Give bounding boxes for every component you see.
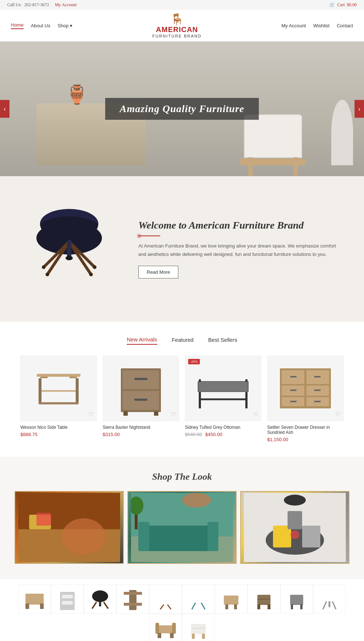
svg-line-74	[92, 602, 96, 609]
look-card-2[interactable]	[127, 491, 237, 564]
svg-rect-68	[25, 604, 29, 609]
nav-shop[interactable]: Shop ▾	[58, 23, 72, 28]
svg-rect-94	[291, 604, 293, 609]
svg-point-51	[62, 518, 106, 555]
svg-point-9	[93, 265, 96, 269]
wishlist-icon-2[interactable]: ♡	[171, 411, 176, 418]
nightstand-svg	[115, 361, 166, 416]
product-img-2: ♡	[103, 356, 179, 421]
svg-rect-87	[225, 604, 228, 609]
wishlist-icon-3[interactable]: ♡	[253, 411, 258, 418]
svg-rect-100	[157, 625, 175, 633]
logo-text-line2: FURNITURE BRAND	[153, 34, 202, 38]
read-more-button[interactable]: Read More	[138, 266, 178, 278]
thumb-2[interactable]	[51, 585, 84, 614]
thumb-9[interactable]	[280, 585, 313, 614]
svg-rect-16	[76, 378, 79, 404]
product-name-4: Settler Seven Drawer Dresser in Sundried…	[267, 425, 344, 435]
nav-my-account[interactable]: My Account	[281, 23, 306, 28]
svg-rect-45	[290, 401, 297, 402]
product-card-3: -20% ♡ Sidney Tufted Grey Ott	[185, 356, 261, 442]
products-grid: ♡ Wesson Nico Side Table $888.75	[15, 356, 349, 450]
thumb-4[interactable]	[116, 585, 149, 614]
top-bar: Call Us: 202-817-3672 My Account 🛒 Cart …	[0, 0, 364, 10]
tab-new-arrivals[interactable]: New Arrivals	[127, 336, 157, 345]
svg-rect-104	[170, 633, 174, 638]
svg-point-59	[182, 493, 211, 507]
svg-rect-55	[138, 522, 149, 551]
product-price-value-4: $1,150.00	[267, 437, 288, 442]
svg-rect-63	[302, 526, 320, 547]
product-img-1: ♡	[20, 356, 97, 421]
product-price-3: $540.00 $450.00	[185, 432, 261, 437]
welcome-chair-image	[22, 194, 116, 304]
top-bar-right: 🛒 Cart $0.00	[329, 2, 357, 8]
svg-rect-93	[290, 595, 303, 605]
my-account-link[interactable]: My Account	[55, 2, 77, 7]
cart-amount: $0.00	[347, 2, 357, 8]
hero-section: 🏺 ‹ Amazing Quality Furniture ›	[0, 41, 364, 176]
svg-rect-108	[202, 634, 205, 639]
svg-rect-71	[62, 595, 73, 598]
svg-line-82	[167, 605, 171, 609]
hero-sculpture-icon: 🏺	[66, 84, 88, 105]
svg-rect-15	[39, 378, 41, 404]
shop-the-look-section: Shop The Look	[0, 457, 364, 578]
thumb-8[interactable]	[248, 585, 280, 614]
hero-prev-button[interactable]: ‹	[0, 100, 9, 118]
svg-line-97	[323, 601, 327, 609]
svg-point-65	[284, 495, 306, 506]
side-table-svg	[33, 363, 84, 414]
svg-point-11	[66, 256, 73, 260]
thumb-6[interactable]	[182, 585, 215, 614]
tabs-header: New Arrivals Featured Best Sellers	[15, 336, 349, 345]
svg-line-85	[201, 603, 205, 609]
svg-rect-91	[268, 604, 270, 609]
svg-rect-28	[245, 392, 248, 408]
thumb-3[interactable]	[84, 585, 116, 614]
svg-rect-72	[62, 601, 73, 605]
svg-rect-25	[154, 411, 158, 416]
thumb-1[interactable]	[18, 585, 51, 614]
hero-vase-decoration	[331, 100, 353, 165]
look-card-1[interactable]	[15, 491, 124, 564]
svg-rect-90	[257, 604, 260, 609]
brand-thumbnails	[0, 578, 364, 641]
wishlist-icon-1[interactable]: ♡	[88, 411, 94, 418]
look-image-2	[131, 493, 233, 562]
nav-contact[interactable]: Contact	[337, 23, 353, 28]
svg-rect-86	[224, 596, 238, 605]
hero-next-button[interactable]: ›	[355, 100, 364, 118]
ottoman-svg	[196, 367, 250, 410]
nav-home[interactable]: Home	[11, 22, 24, 29]
thumb-11[interactable]	[149, 614, 182, 641]
svg-rect-105	[191, 624, 206, 634]
thumb-5[interactable]	[149, 585, 182, 614]
svg-rect-44	[314, 389, 321, 391]
thumb-7[interactable]	[215, 585, 248, 614]
phone-number: 202-817-3672	[24, 2, 49, 7]
svg-rect-33	[199, 382, 248, 391]
svg-line-98	[332, 601, 336, 609]
svg-rect-107	[192, 634, 195, 639]
hero-tagline: Amazing Quality Furniture	[120, 103, 244, 114]
thumb-10[interactable]	[313, 585, 346, 614]
tab-featured[interactable]: Featured	[172, 336, 194, 345]
svg-rect-88	[234, 604, 237, 609]
svg-rect-12	[37, 374, 80, 377]
svg-rect-67	[25, 594, 44, 605]
wishlist-icon-4[interactable]: ♡	[335, 411, 340, 418]
tab-best-sellers[interactable]: Best Sellers	[208, 336, 237, 345]
welcome-heading: Welcome to American Furniture Brand	[138, 219, 342, 231]
svg-point-6	[46, 273, 49, 276]
cart-icon: 🛒	[329, 2, 335, 8]
svg-rect-42	[314, 376, 321, 377]
thumb-12[interactable]	[182, 614, 215, 641]
nav-about[interactable]: About Us	[31, 23, 50, 28]
nav-wishlist[interactable]: Wishlist	[313, 23, 329, 28]
product-price-4: $1,150.00	[267, 437, 344, 442]
look-card-3[interactable]	[240, 491, 349, 564]
product-img-3: -20% ♡	[185, 356, 261, 421]
svg-rect-78	[124, 592, 142, 595]
svg-rect-101	[155, 623, 159, 634]
